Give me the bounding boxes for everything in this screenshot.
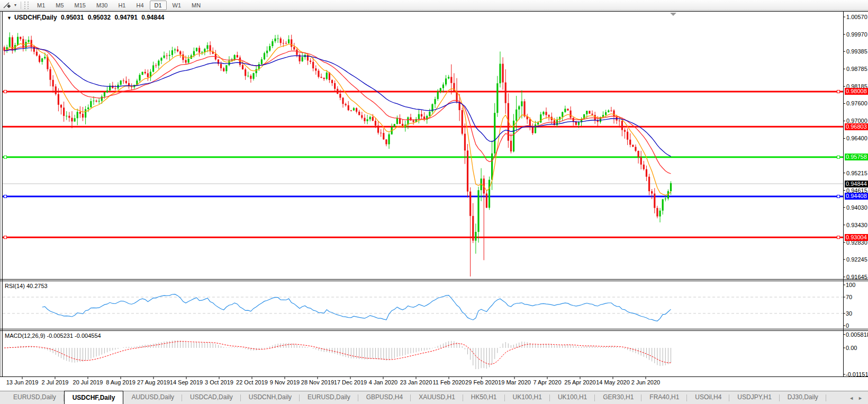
symbol-tab-audusd-daily[interactable]: AUDUSD,Daily bbox=[123, 391, 182, 404]
symbol-tab-ger30-h1[interactable]: GER30,H1 bbox=[595, 391, 641, 404]
price-tick-0.93430: 0.93430 bbox=[846, 222, 867, 229]
date-tick-27-aug-2019: 27 Aug 2019 bbox=[137, 379, 170, 385]
date-tick-29-feb-2020: 29 Feb 2020 bbox=[465, 379, 498, 385]
date-tick-19-mar-2020: 19 Mar 2020 bbox=[498, 379, 531, 385]
macd-tick-0.00: 0.00 bbox=[846, 345, 857, 351]
chart-tab-bar: EURUSD,DailyUSDCHF,DailyAUDUSD,DailyUSDC… bbox=[0, 391, 868, 404]
date-tick-14-may-2020: 14 May 2020 bbox=[596, 379, 630, 385]
date-tick-11-feb-2020: 11 Feb 2020 bbox=[433, 379, 465, 385]
hline-anchor-0.93004[interactable] bbox=[837, 236, 840, 239]
date-tick-13-jun-2019: 13 Jun 2019 bbox=[6, 379, 39, 385]
date-tick-17-dec-2019: 17 Dec 2019 bbox=[334, 379, 367, 385]
mt4-window: ▾ M1M5M15M30H1H4D1W1MN ▼USDCHF,Daily 0.9… bbox=[0, 0, 868, 404]
price-tick-0.99385: 0.99385 bbox=[846, 48, 867, 55]
hline-price-badge-0.93004: 0.93004 bbox=[845, 234, 868, 241]
tab-scroll-right-icon[interactable]: ► bbox=[858, 396, 863, 401]
symbol-period-label: USDCHF,Daily bbox=[14, 14, 57, 21]
rsi-tick-30: 30 bbox=[846, 310, 852, 317]
quote-low: 0.94791 bbox=[114, 14, 137, 21]
price-tick-1.00570: 1.00570 bbox=[846, 14, 867, 21]
date-tick-22-oct-2019: 22 Oct 2019 bbox=[236, 379, 268, 385]
symbol-tab-usdcnh-daily[interactable]: USDCNH,Daily bbox=[241, 391, 300, 404]
price-tick-0.96400: 0.96400 bbox=[846, 135, 867, 142]
macd-tick--0.011514: -0.011514 bbox=[846, 371, 868, 378]
date-tick-14-sep-2019: 14 Sep 2019 bbox=[170, 379, 203, 385]
macd-histogram bbox=[4, 340, 671, 369]
price-tick-0.95215: 0.95215 bbox=[846, 170, 867, 177]
tab-scroll-nav: ◄ ► bbox=[849, 391, 868, 404]
hline-anchor-0.95758[interactable] bbox=[837, 156, 840, 158]
symbol-tab-usdchf-daily[interactable]: USDCHF,Daily bbox=[64, 391, 124, 404]
macd-tick-0.005818: 0.005818 bbox=[846, 331, 868, 338]
symbol-tab-gbpusd-h4[interactable]: GBPUSD,H4 bbox=[358, 391, 411, 404]
macd-label: MACD(12,26,9) -0.005231 -0.004554 bbox=[5, 333, 101, 339]
hline-anchor-0.94408[interactable] bbox=[4, 195, 7, 197]
symbol-tab-uk100-h1[interactable]: UK100,H1 bbox=[505, 391, 550, 404]
symbol-tab-usdcad-daily[interactable]: USDCAD,Daily bbox=[182, 391, 241, 404]
quote-open: 0.95031 bbox=[61, 14, 84, 21]
date-tick-3-oct-2019: 3 Oct 2019 bbox=[205, 379, 233, 385]
date-tick-28-nov-2019: 28 Nov 2019 bbox=[301, 379, 334, 385]
rsi-tick-70: 70 bbox=[846, 294, 852, 300]
quote-high: 0.95032 bbox=[88, 14, 111, 21]
date-tick-2-jun-2020: 2 Jun 2020 bbox=[631, 379, 660, 385]
price-tick-0.99970: 0.99970 bbox=[846, 31, 867, 38]
rsi-line bbox=[42, 294, 671, 321]
date-tick-25-apr-2020: 25 Apr 2020 bbox=[564, 379, 595, 385]
horizontal-line-objects bbox=[3, 92, 843, 237]
chart-shift-marker-icon[interactable] bbox=[670, 13, 676, 16]
price-tick-0.91645: 0.91645 bbox=[846, 274, 867, 281]
date-tick-4-jan-2020: 4 Jan 2020 bbox=[369, 379, 397, 385]
candlesticks bbox=[3, 32, 672, 276]
current-price-badge: 0.94844 bbox=[845, 181, 868, 187]
symbol-tab-fra40-h1[interactable]: FRA40,H1 bbox=[641, 391, 687, 404]
tab-strip: EURUSD,DailyUSDCHF,DailyAUDUSD,DailyUSDC… bbox=[5, 391, 826, 404]
date-tick-23-jan-2020: 23 Jan 2020 bbox=[400, 379, 432, 385]
rsi-label: RSI(14) 40.2753 bbox=[5, 283, 48, 289]
date-tick-7-apr-2020: 7 Apr 2020 bbox=[533, 379, 561, 385]
hline-anchor-0.98008[interactable] bbox=[4, 90, 7, 93]
ma-slow-line bbox=[4, 48, 671, 156]
symbol-tab-usoil-h4[interactable]: USOil,H4 bbox=[687, 391, 729, 404]
hline-anchor-0.98008[interactable] bbox=[837, 90, 840, 93]
rsi-tick-100: 100 bbox=[846, 282, 855, 288]
hline-anchor-0.93004[interactable] bbox=[4, 236, 7, 239]
symbol-tab-eurusd-daily[interactable]: EURUSD,Daily bbox=[300, 391, 358, 404]
quote-close: 0.94844 bbox=[141, 14, 164, 21]
date-tick-2-jul-2019: 2 Jul 2019 bbox=[42, 379, 69, 385]
chart-title: ▼USDCHF,Daily 0.95031 0.95032 0.94791 0.… bbox=[7, 14, 167, 21]
hline-price-badge-0.96803: 0.96803 bbox=[845, 123, 868, 130]
hline-price-badge-0.94408: 0.94408 bbox=[845, 193, 868, 200]
price-tick-0.98785: 0.98785 bbox=[846, 66, 867, 73]
symbol-tab-hk50-h1[interactable]: HK50,H1 bbox=[463, 391, 505, 404]
hline-anchor-0.95758[interactable] bbox=[4, 156, 7, 158]
price-tick-0.92245: 0.92245 bbox=[846, 256, 867, 263]
price-chart-canvas[interactable] bbox=[0, 0, 868, 404]
date-tick-9-nov-2019: 9 Nov 2019 bbox=[270, 379, 300, 385]
rsi-tick-0: 0 bbox=[846, 322, 849, 329]
hline-price-badge-0.98008: 0.98008 bbox=[845, 88, 868, 95]
tab-scroll-left-icon[interactable]: ◄ bbox=[849, 396, 854, 401]
symbol-dropdown-icon[interactable]: ▼ bbox=[7, 15, 12, 21]
symbol-tab-usdjpy-h1[interactable]: USDJPY,H1 bbox=[729, 391, 779, 404]
price-tick-0.94030: 0.94030 bbox=[846, 204, 867, 211]
symbol-tab-eurusd-daily[interactable]: EURUSD,Daily bbox=[5, 391, 64, 404]
hline-anchor-0.94408[interactable] bbox=[837, 195, 840, 197]
date-tick-8-aug-2019: 8 Aug 2019 bbox=[106, 379, 135, 385]
symbol-tab-dj30-daily[interactable]: DJ30,Daily bbox=[780, 391, 826, 404]
symbol-tab-xauusd-h1[interactable]: XAUUSD,H1 bbox=[411, 391, 463, 404]
price-tick-0.97600: 0.97600 bbox=[846, 100, 867, 107]
date-tick-20-jul-2019: 20 Jul 2019 bbox=[73, 379, 103, 385]
hline-price-badge-0.95758: 0.95758 bbox=[845, 154, 868, 160]
symbol-tab-uk100-h1[interactable]: UK100,H1 bbox=[550, 391, 595, 404]
